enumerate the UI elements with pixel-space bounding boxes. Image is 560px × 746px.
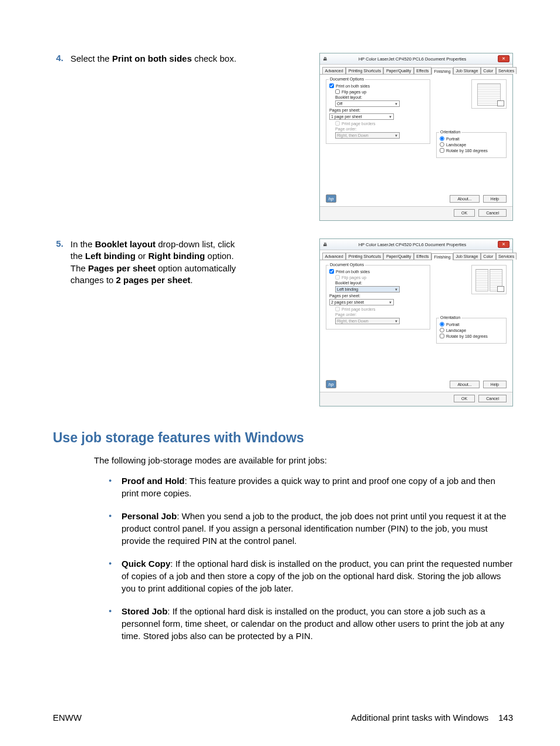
print-borders-checkbox: Print page borders (335, 307, 427, 311)
label: Portrait (446, 137, 460, 141)
combo-value: Right, then Down (337, 319, 369, 323)
chevron-down-icon: ▼ (394, 134, 398, 137)
dialog-tabs: Advanced Printing Shortcuts Paper/Qualit… (320, 250, 512, 260)
page-preview (471, 265, 507, 294)
chevron-down-icon: ▼ (394, 288, 398, 291)
label: Print page borders (342, 307, 376, 311)
combo-value: 2 pages per sheet (331, 300, 364, 304)
label: Landscape (446, 143, 466, 147)
ok-button[interactable]: OK (454, 209, 475, 217)
step5-text: In the Booklet layout drop-down list, cl… (70, 238, 252, 286)
dialog-title: HP Color LaserJet CP4520 PCL6 Document P… (359, 56, 467, 62)
print-both-sides-checkbox[interactable]: Print on both sides (329, 83, 427, 88)
close-icon[interactable]: ✕ (498, 241, 510, 248)
help-button[interactable]: Help (483, 195, 507, 203)
tab-effects[interactable]: Effects (414, 67, 431, 74)
orientation-group: Orientation Portrait Landscape Rotate by… (436, 132, 507, 158)
footer-right: Additional print tasks with Windows 143 (351, 713, 513, 723)
booklet-label: Booklet layout: (335, 281, 427, 285)
tab-printing-shortcuts[interactable]: Printing Shortcuts (346, 253, 383, 260)
t: 2 pages per sheet (116, 275, 191, 285)
hp-logo-icon: hp (326, 380, 336, 388)
step4-text: Select the Print on both sides check box… (70, 53, 252, 65)
bullet-title: Proof and Hold (122, 476, 185, 486)
tab-job-storage[interactable]: Job Storage (453, 67, 481, 74)
print-properties-dialog-2: 🖶 HP Color LaserJet CP4520 PCL6 Document… (319, 238, 513, 406)
booklet-layout-dropdown[interactable]: Left binding▼ (335, 286, 400, 293)
list-item: Stored Job: If the optional hard disk is… (109, 605, 513, 642)
flip-pages-checkbox[interactable]: Flip pages up (335, 89, 427, 94)
combo-value: 1 page per sheet (331, 115, 362, 119)
pages-per-sheet-dropdown[interactable]: 2 pages per sheet▼ (329, 299, 394, 305)
tab-services[interactable]: Services (496, 67, 517, 74)
page-footer: ENWW Additional print tasks with Windows… (53, 713, 513, 723)
pages-per-sheet-dropdown[interactable]: 1 page per sheet▼ (329, 113, 394, 120)
combo-value: Off (337, 102, 342, 106)
combo-value: Right, then Down (337, 133, 369, 137)
bullet-text: : If the optional hard disk is installed… (122, 606, 504, 641)
t: In the (70, 239, 95, 249)
tab-color[interactable]: Color (481, 253, 496, 260)
page-preview (471, 79, 507, 109)
tab-job-storage[interactable]: Job Storage (453, 253, 481, 260)
cancel-button[interactable]: Cancel (478, 209, 507, 217)
tab-finishing[interactable]: Finishing (431, 253, 453, 260)
pps-label: Pages per sheet: (329, 108, 427, 112)
tab-finishing[interactable]: Finishing (431, 68, 453, 75)
label: Flip pages up (342, 275, 366, 280)
tab-paper-quality[interactable]: Paper/Quality (383, 253, 413, 260)
label: Rotate by 180 degrees (446, 334, 488, 338)
dialog-titlebar: 🖶 HP Color LaserJet CP4520 PCL6 Document… (320, 239, 512, 250)
tab-paper-quality[interactable]: Paper/Quality (383, 67, 413, 74)
text: check box. (192, 53, 237, 63)
page-order-dropdown: Right, then Down▼ (335, 318, 400, 324)
about-button[interactable]: About... (450, 195, 479, 203)
tab-color[interactable]: Color (481, 67, 496, 74)
printer-icon: 🖶 (323, 57, 327, 61)
group-title: Document Options (329, 263, 365, 267)
dialog-title: HP Color LaserJet CP4520 PCL6 Document P… (359, 242, 467, 247)
t: or (136, 251, 149, 261)
chevron-down-icon: ▼ (394, 102, 398, 106)
portrait-radio[interactable]: Portrait (440, 322, 503, 327)
section-intro: The following job-storage modes are avai… (94, 454, 513, 466)
tab-advanced[interactable]: Advanced (322, 67, 346, 74)
group-title: Orientation (439, 315, 461, 320)
close-icon[interactable]: ✕ (498, 55, 510, 62)
document-options-group: Document Options Print on both sides Fli… (326, 79, 430, 144)
ok-button[interactable]: OK (454, 395, 475, 402)
tab-printing-shortcuts[interactable]: Printing Shortcuts (346, 67, 383, 74)
about-button[interactable]: About... (450, 381, 479, 388)
orientation-group: Orientation Portrait Landscape Rotate by… (436, 318, 507, 344)
rotate-checkbox[interactable]: Rotate by 180 degrees (440, 148, 503, 153)
section-heading: Use job storage features with Windows (53, 430, 513, 446)
landscape-radio[interactable]: Landscape (440, 328, 503, 332)
landscape-radio[interactable]: Landscape (440, 142, 503, 147)
list-item: Personal Job: When you send a job to the… (109, 510, 513, 547)
chevron-down-icon: ▼ (389, 301, 392, 304)
footer-section: Additional print tasks with Windows (351, 713, 488, 723)
group-title: Document Options (329, 77, 365, 81)
step-number: 4. (53, 53, 70, 63)
label: Portrait (446, 322, 460, 327)
tab-advanced[interactable]: Advanced (322, 253, 346, 260)
t: . (190, 275, 193, 285)
cancel-button[interactable]: Cancel (478, 395, 507, 402)
label: Print page borders (342, 122, 376, 126)
tab-effects[interactable]: Effects (414, 253, 431, 260)
rotate-checkbox[interactable]: Rotate by 180 degrees (440, 334, 503, 338)
portrait-radio[interactable]: Portrait (440, 136, 503, 141)
text: Select the (70, 53, 112, 63)
help-button[interactable]: Help (483, 381, 507, 388)
text-bold: Print on both sides (112, 53, 192, 63)
booklet-layout-dropdown[interactable]: Off▼ (335, 100, 400, 107)
bullet-title: Quick Copy (122, 559, 170, 569)
print-both-sides-checkbox[interactable]: Print on both sides (329, 269, 427, 274)
page-order-dropdown: Right, then Down▼ (335, 132, 400, 139)
page-order-label: Page order: (335, 312, 427, 317)
dialog-titlebar: 🖶 HP Color LaserJet CP4520 PCL6 Document… (320, 53, 512, 65)
tab-services[interactable]: Services (496, 253, 517, 260)
page-order-label: Page order: (335, 127, 427, 131)
document-options-group: Document Options Print on both sides Fli… (326, 265, 430, 330)
label: Print on both sides (336, 270, 370, 274)
